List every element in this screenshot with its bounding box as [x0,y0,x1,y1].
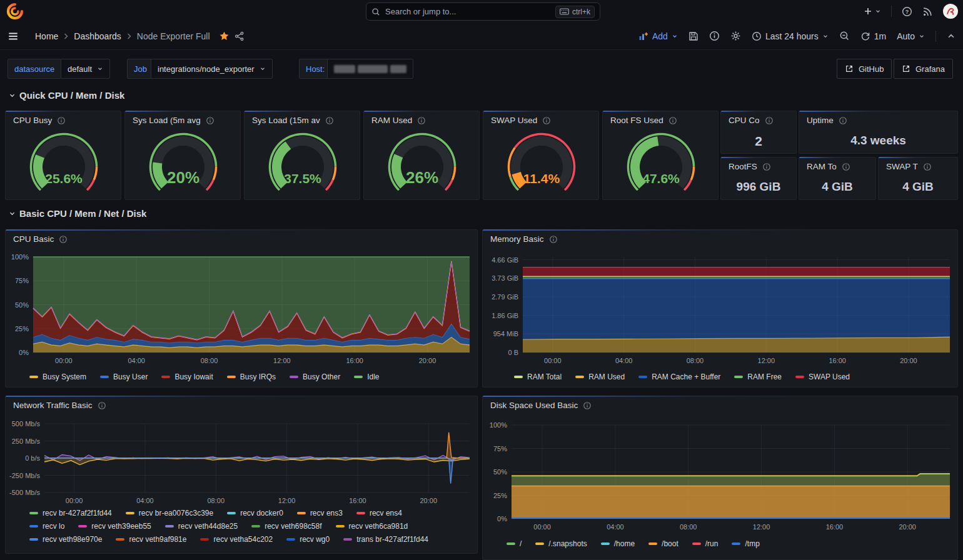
disk-space-used-basic-chart-plot[interactable]: 0%25%50%75%100%00:0004:0008:0012:0016:00… [483,396,957,559]
legend-item-boot[interactable]: /boot [648,539,678,548]
legend-swatch [343,538,352,541]
panel-info-icon[interactable] [762,162,771,171]
legend-item-busy-user[interactable]: Busy User [100,372,148,381]
legend-item-busy-irqs[interactable]: Busy IRQs [227,372,276,381]
legend-label: recv ens3 [310,509,343,518]
stat-title-cpu-co[interactable]: CPU Co [729,116,774,125]
panel-info-icon[interactable] [417,116,426,125]
legend-item-[interactable]: / [507,539,522,548]
top-nav: Search or jump to... ctrl+k ? [0,0,963,22]
legend-item-recv-veth39eeb55[interactable]: recv veth39eeb55 [78,522,151,531]
dashboard-insights-button[interactable] [709,31,720,41]
gauge-title-cpu-busy[interactable]: CPU Busy [13,116,66,125]
legend-item-ram-used[interactable]: RAM Used [575,372,625,381]
gauge-title-swap-used[interactable]: SWAP Used [491,116,551,125]
legend-item-ram-total[interactable]: RAM Total [514,372,562,381]
legend-item-busy-iowait[interactable]: Busy Iowait [161,372,213,381]
stat-value-ram-to: 4 GiB [799,180,875,194]
cpu-basic-chart-plot[interactable]: 0%25%50%75%100%00:0004:0008:0012:0016:00… [6,230,477,387]
breadcrumb-dashboards[interactable]: Dashboards [74,31,121,41]
breadcrumb-home[interactable]: Home [35,31,58,41]
legend-item-recv-veth698c58f[interactable]: recv veth698c58f [251,522,321,531]
auto-refresh-dropdown[interactable]: Auto [897,31,925,41]
zoom-out-time-button[interactable] [839,31,850,41]
news-button[interactable] [922,6,933,17]
legend-item-recv-wg0[interactable]: recv wg0 [286,535,330,544]
stat-title-swap-t[interactable]: SWAP T [886,162,932,171]
panel-info-icon[interactable] [325,116,334,125]
legend-item-recv-veth9af981e[interactable]: recv veth9af981e [116,535,186,544]
dashboard-settings-button[interactable] [730,31,741,41]
legend-item-recv-vetha54c202[interactable]: recv vetha54c202 [200,535,273,544]
memory-basic-chart-plot[interactable]: 0 B954 MiB1.86 GiB2.79 GiB3.73 GiB4.66 G… [483,230,957,387]
help-button[interactable]: ? [902,6,912,17]
panel-info-icon[interactable] [542,116,551,125]
gauge-title-sys-load-5m-avg[interactable]: Sys Load (5m avg [133,116,214,125]
gauge-root-fs-used: 47.6% [610,128,712,198]
gauge-title-sys-load-15m-av[interactable]: Sys Load (15m av [252,116,334,125]
x-tick-label: 12:00 [753,523,770,531]
gauge-title-ram-used-text: RAM Used [371,116,412,125]
panel-info-icon[interactable] [765,116,774,125]
legend-item-ram-cache-buffer[interactable]: RAM Cache + Buffer [638,372,720,381]
section-basic-cpu-mem-net-disk[interactable]: Basic CPU / Mem / Net / Disk [9,208,146,219]
legend-item-trans-br-427af2f1fd44[interactable]: trans br-427af2f1fd44 [343,535,428,544]
grafana-logo-icon[interactable] [6,2,24,20]
panel-info-icon[interactable] [842,162,850,171]
variable-value-datasource[interactable]: default [61,59,110,79]
legend-swatch [227,376,236,378]
add-button[interactable]: Add [638,31,678,41]
legend-item-recv-veth6ca981d[interactable]: recv veth6ca981d [336,522,408,531]
panel-disk-space-used-basic: Disk Space Used Basic0%25%50%75%100%00:0… [482,396,958,560]
gauge-title-root-fs-used[interactable]: Root FS Used [610,116,677,125]
user-avatar[interactable] [943,4,958,19]
stat-title-rootfs[interactable]: RootFS [729,162,771,171]
legend-item-recv-veth44d8e25[interactable]: recv veth44d8e25 [165,522,238,531]
stat-title-ram-to[interactable]: RAM To [807,162,850,171]
grafana-link-button[interactable]: Grafana [894,59,953,79]
gauge-value: 25.6% [45,171,83,186]
save-dashboard-button[interactable] [688,31,698,41]
legend-item-recv-ens3[interactable]: recv ens3 [297,509,343,518]
variable-value-job[interactable]: integrations/node_exporter [151,59,273,79]
legend-item-recv-docker0[interactable]: recv docker0 [227,509,283,518]
github-link-button[interactable]: GitHub [837,59,892,79]
panel-info-icon[interactable] [668,116,677,125]
variable-value-host[interactable] [327,59,413,79]
x-tick-label: 16:00 [826,523,844,531]
legend-item-busy-other[interactable]: Busy Other [290,372,340,381]
legend-item-recv-br-427af2f1fd44[interactable]: recv br-427af2f1fd44 [29,509,112,518]
legend-item-ram-free[interactable]: RAM Free [734,372,782,381]
panel-info-icon[interactable] [57,116,66,125]
search-input[interactable]: Search or jump to... ctrl+k [366,2,600,21]
legend-item-run[interactable]: /run [692,539,718,548]
share-button[interactable] [234,31,245,41]
legend-item-recv-lo[interactable]: recv lo [29,522,64,531]
legend-item-busy-system[interactable]: Busy System [29,372,86,381]
legend-item-recv-ens4[interactable]: recv ens4 [356,509,402,518]
legend-item-tmp[interactable]: /tmp [732,539,759,548]
legend-item-idle[interactable]: Idle [354,372,379,381]
panel-info-icon[interactable] [206,116,214,125]
time-range-picker[interactable]: Last 24 hours [752,31,829,41]
favorite-button[interactable] [219,31,229,41]
stat-title-uptime[interactable]: Uptime [807,116,847,125]
legend: recv br-427af2f1fd44recv br-ea0076c3c39e… [29,509,402,518]
legend-swatch [290,376,298,378]
panel-info-icon[interactable] [839,116,847,125]
mega-menu-button[interactable] [8,31,19,42]
section-quick-cpu-mem-disk[interactable]: Quick CPU / Mem / Disk [9,90,124,101]
refresh-button[interactable]: 1m [860,31,886,41]
new-menu-button[interactable] [863,6,881,16]
collapse-toolbar-button[interactable] [947,32,955,41]
panel-info-icon[interactable] [923,162,932,171]
legend-swatch [514,376,523,378]
legend-item-recv-br-ea0076c3c39e[interactable]: recv br-ea0076c3c39e [126,509,213,518]
x-tick-label: 16:00 [829,357,846,364]
legend-item-swap-used[interactable]: SWAP Used [795,372,850,381]
legend-item-snapshots[interactable]: /.snapshots [535,539,587,548]
y-tick-label: 75% [15,277,29,284]
legend-item-home[interactable]: /home [601,539,635,548]
legend-item-recv-veth98e970e[interactable]: recv veth98e970e [29,535,102,544]
gauge-title-ram-used[interactable]: RAM Used [371,116,426,125]
